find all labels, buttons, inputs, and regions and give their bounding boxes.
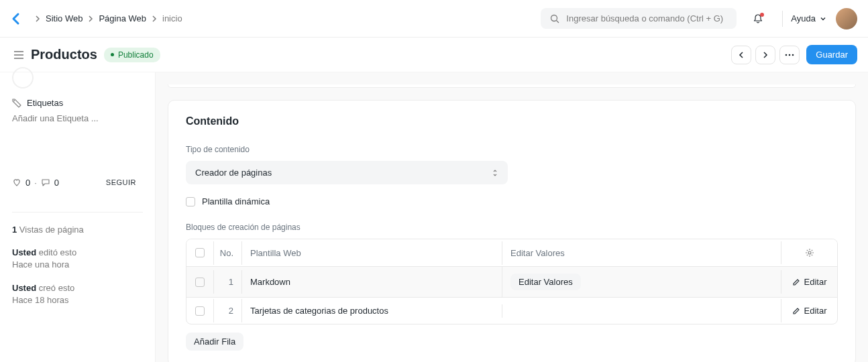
activity-entry: Usted creó esto Hace 18 horas [12, 282, 143, 306]
gear-icon [805, 248, 814, 257]
breadcrumb-item-sitio-web[interactable]: Sitio Web [46, 13, 83, 23]
status-dot [111, 53, 114, 56]
user-avatar[interactable] [836, 8, 857, 29]
dynamic-template-checkbox[interactable] [186, 197, 195, 206]
next-button[interactable] [755, 46, 775, 64]
content-type-label: Tipo de contenido [186, 145, 838, 154]
divider [782, 11, 783, 27]
content-card: Contenido Tipo de contenido Creador de p… [168, 100, 856, 362]
row-template: Tarjetas de categorias de productos [241, 299, 502, 322]
search-placeholder: Ingresar búsqueda o comando (Ctrl + G) [566, 13, 723, 23]
svg-point-8 [13, 100, 15, 101]
ellipsis-icon [785, 54, 794, 56]
dot-separator: · [34, 178, 37, 188]
search-input[interactable]: Ingresar búsqueda o comando (Ctrl + G) [541, 8, 737, 29]
svg-point-6 [789, 54, 791, 56]
add-tag-input[interactable]: Añadir una Etiqueta ... [12, 113, 143, 123]
comment-count: 0 [54, 178, 59, 188]
heart-icon[interactable] [12, 178, 21, 187]
add-row-button[interactable]: Añadir Fila [186, 333, 243, 351]
chevron-right-icon [762, 51, 769, 59]
svg-point-0 [551, 15, 557, 21]
row-number: 1 [213, 270, 241, 294]
col-header-template: Plantilla Web [241, 241, 502, 265]
tag-icon [12, 99, 21, 108]
save-button[interactable]: Guardar [806, 45, 857, 64]
breadcrumb: Sitio Web Página Web inicio [31, 13, 182, 23]
svg-point-5 [785, 54, 788, 56]
edit-values-button[interactable]: Editar Valores [510, 274, 581, 290]
status-badge: Publicado [104, 48, 160, 62]
sidebar-toggle-button[interactable] [11, 48, 27, 62]
table-settings-button[interactable] [781, 241, 837, 264]
row-edit-values-empty [502, 304, 781, 318]
dynamic-template-label: Plantilla dinámica [202, 196, 270, 206]
row-checkbox[interactable] [195, 278, 205, 287]
chevron-right-icon [148, 15, 161, 23]
pageview-count: 1 Vistas de página [12, 212, 143, 235]
edit-row-button[interactable]: Editar [781, 270, 837, 294]
card-stub [168, 84, 856, 88]
svg-point-9 [808, 251, 811, 254]
table-row[interactable]: 1 Markdown Editar Valores Editar [186, 266, 837, 297]
follow-button[interactable]: SEGUIR [99, 176, 143, 189]
menu-icon [13, 50, 24, 60]
search-icon [550, 14, 559, 23]
pencil-icon [792, 278, 800, 286]
row-checkbox[interactable] [195, 306, 205, 316]
breadcrumb-item-pagina-web[interactable]: Página Web [99, 13, 146, 23]
col-header-edit-values: Editar Valores [502, 241, 781, 265]
prev-button[interactable] [731, 46, 751, 64]
content-type-value: Creador de páginas [195, 168, 272, 178]
blocks-label: Bloques de creación de páginas [186, 223, 838, 232]
status-text: Publicado [118, 50, 154, 60]
page-title: Productos [31, 47, 97, 62]
more-menu-button[interactable] [779, 46, 800, 64]
chevron-right-icon [31, 15, 44, 23]
svg-point-7 [792, 54, 794, 56]
activity-entry: Usted editó esto Hace una hora [12, 247, 143, 270]
notification-dot [760, 13, 764, 17]
assignee-avatar-placeholder[interactable] [12, 67, 34, 88]
chevron-right-icon [84, 15, 97, 23]
content-type-select[interactable]: Creador de páginas [186, 161, 508, 184]
select-all-checkbox[interactable] [195, 248, 205, 257]
row-template: Markdown [241, 270, 502, 294]
edit-row-button[interactable]: Editar [781, 299, 837, 322]
tags-section-label: Etiquetas [12, 98, 143, 108]
row-number: 2 [213, 299, 241, 322]
chevron-down-icon [820, 15, 826, 22]
section-heading: Contenido [186, 115, 838, 127]
notifications-button[interactable] [749, 9, 767, 28]
help-dropdown[interactable]: Ayuda [791, 13, 826, 23]
help-label: Ayuda [791, 13, 816, 23]
breadcrumb-item-inicio[interactable]: inicio [162, 13, 182, 23]
svg-line-1 [557, 20, 559, 23]
col-header-no: No. [213, 241, 241, 265]
chevron-left-icon [738, 51, 745, 59]
back-logo[interactable] [11, 12, 24, 25]
blocks-table: No. Plantilla Web Editar Valores 1 Markd… [186, 239, 838, 324]
like-count: 0 [25, 178, 30, 188]
table-row[interactable]: 2 Tarjetas de categorias de productos Ed… [186, 297, 837, 324]
comment-icon[interactable] [41, 178, 50, 187]
pencil-icon [792, 307, 800, 315]
select-arrows-icon [492, 168, 498, 178]
